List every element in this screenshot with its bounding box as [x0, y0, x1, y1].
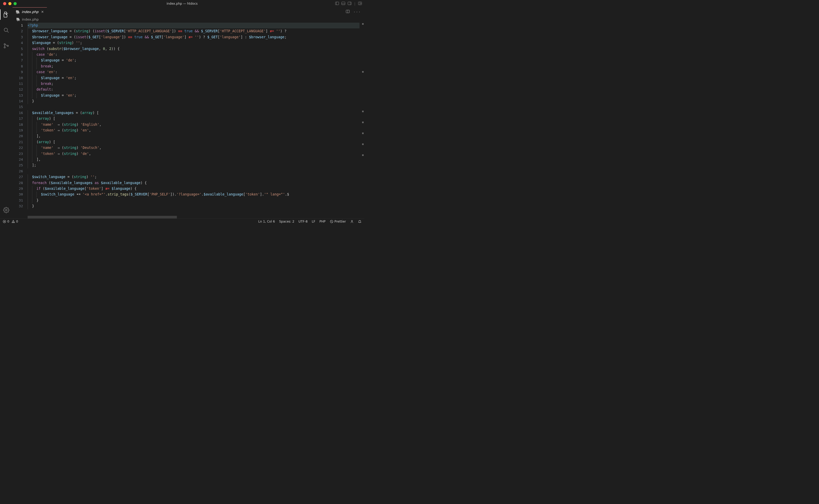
tabs-spacer — [47, 7, 342, 16]
svg-line-23 — [330, 221, 332, 222]
split-editor-icon[interactable] — [346, 9, 350, 14]
close-tab-icon[interactable]: ✕ — [41, 10, 44, 14]
minimap[interactable] — [359, 22, 364, 218]
layout-controls: | — [335, 1, 362, 6]
svg-rect-2 — [342, 2, 345, 5]
svg-point-21 — [13, 222, 13, 222]
close-window-button[interactable] — [3, 2, 6, 5]
eol[interactable]: LF — [312, 220, 315, 223]
settings-gear-icon[interactable] — [0, 205, 12, 215]
toggle-panel-icon[interactable] — [341, 1, 345, 6]
svg-point-14 — [5, 209, 7, 211]
language-mode[interactable]: PHP — [319, 220, 325, 223]
code-content[interactable]: <?php $browser_language = (string) (isse… — [28, 22, 359, 218]
breadcrumb-text: index.php — [22, 17, 39, 21]
problems-errors[interactable]: 0 — [3, 220, 9, 223]
tab-label: index.php — [22, 10, 38, 14]
error-count: 0 — [7, 220, 9, 223]
svg-point-24 — [351, 220, 352, 221]
tab-index-php[interactable]: 🐘 index.php ✕ — [12, 7, 47, 16]
search-icon[interactable] — [0, 25, 12, 35]
cursor-position[interactable]: Ln 1, Col 6 — [258, 220, 275, 223]
problems-warnings[interactable]: 0 — [11, 220, 18, 223]
minimize-window-button[interactable] — [8, 2, 11, 5]
explorer-icon[interactable] — [0, 9, 12, 20]
traffic-lights — [0, 2, 17, 5]
horizontal-scrollbar-thumb[interactable] — [28, 216, 177, 218]
code-area: 1234567891011121314151617181920212223242… — [12, 22, 364, 218]
php-file-icon: 🐘 — [16, 10, 20, 14]
encoding[interactable]: UTF-8 — [298, 220, 308, 223]
editor-area: 🐘 index.php ✕ ··· 🐘 index.php 1234567891… — [12, 7, 364, 218]
window-title: index.php — htdocs — [166, 2, 197, 5]
toggle-primary-sidebar-icon[interactable] — [335, 1, 339, 6]
source-control-icon[interactable] — [0, 41, 12, 51]
line-number-gutter: 1234567891011121314151617181920212223242… — [12, 22, 28, 218]
title-bar: index.php — htdocs | — [0, 0, 364, 7]
more-actions-icon[interactable]: ··· — [353, 10, 361, 14]
tabs-row: 🐘 index.php ✕ ··· — [12, 7, 364, 16]
customize-layout-icon[interactable] — [358, 1, 362, 6]
status-bar: 0 0 Ln 1, Col 6 Spaces: 2 UTF-8 LF PHP P… — [0, 218, 364, 224]
svg-line-10 — [7, 31, 9, 33]
svg-rect-4 — [348, 2, 351, 5]
toggle-secondary-sidebar-icon[interactable] — [347, 1, 352, 6]
feedback-icon[interactable] — [350, 220, 354, 223]
svg-point-12 — [4, 47, 5, 48]
tab-actions: ··· — [342, 7, 364, 16]
breadcrumb[interactable]: 🐘 index.php — [12, 16, 364, 22]
prettier-status[interactable]: Prettier — [330, 220, 346, 223]
svg-rect-0 — [335, 2, 339, 5]
activity-bar — [0, 7, 12, 218]
notifications-bell-icon[interactable] — [358, 220, 361, 223]
svg-point-13 — [7, 45, 9, 47]
svg-point-11 — [4, 44, 5, 45]
maximize-window-button[interactable] — [14, 2, 17, 5]
warning-count: 0 — [16, 220, 18, 223]
indentation[interactable]: Spaces: 2 — [279, 220, 294, 223]
svg-point-9 — [4, 28, 8, 31]
horizontal-scrollbar[interactable] — [28, 216, 359, 218]
php-file-icon: 🐘 — [16, 17, 20, 21]
